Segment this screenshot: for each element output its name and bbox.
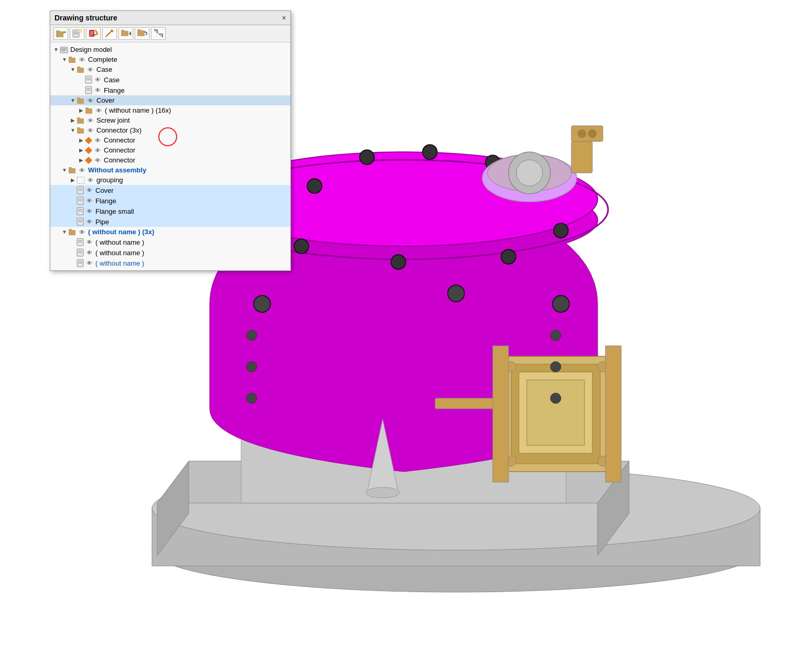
eye-icon[interactable]: 👁 — [93, 147, 102, 154]
svg-point-24 — [254, 296, 270, 312]
edit-button[interactable] — [86, 27, 101, 40]
expand-arrow[interactable] — [69, 117, 77, 124]
eye-icon[interactable]: 👁 — [94, 107, 103, 114]
move-button[interactable] — [118, 27, 133, 40]
eye-icon[interactable]: 👁 — [85, 219, 93, 225]
tree-item-complete[interactable]: 👁 Complete — [50, 54, 290, 64]
add-part-button[interactable] — [70, 27, 84, 40]
expand-arrow — [78, 86, 85, 94]
eye-icon[interactable]: 👁 — [93, 137, 102, 144]
svg-point-49 — [246, 393, 257, 403]
without-name-b-label: ( without name ) — [95, 249, 144, 257]
expand-arrow[interactable] — [61, 56, 68, 63]
tree-item-cover-wa[interactable]: 👁 Cover — [50, 185, 290, 195]
tree-item-without-name-b[interactable]: 👁 ( without name ) — [50, 247, 290, 258]
svg-point-47 — [246, 330, 257, 341]
expand-arrow[interactable] — [61, 228, 68, 236]
tree-item-connector-1[interactable]: 👁 Connector — [50, 135, 290, 145]
eye-icon[interactable]: 👁 — [85, 187, 93, 193]
node-icons: 👁 — [77, 177, 94, 184]
eye-icon[interactable]: 👁 — [85, 198, 93, 204]
tree-item-connector-2[interactable]: 👁 Connector — [50, 145, 290, 155]
pencil-button[interactable] — [102, 27, 117, 40]
eye-icon[interactable]: 👁 — [93, 77, 102, 83]
eye-icon[interactable]: 👁 — [85, 260, 93, 266]
expand-arrow — [69, 197, 77, 204]
expand-button[interactable] — [151, 27, 166, 40]
assembly-icon — [77, 97, 85, 104]
expand-arrow[interactable] — [52, 46, 60, 53]
svg-point-14 — [360, 150, 374, 165]
node-icons: 👁 — [85, 147, 102, 154]
svg-rect-101 — [85, 137, 92, 144]
expand-arrow — [69, 259, 77, 267]
tree-item-without-assembly[interactable]: 👁 Without assembly — [50, 165, 290, 175]
expand-arrow — [78, 76, 85, 83]
tree-item-screw-joint[interactable]: 👁 Screw joint — [50, 115, 290, 125]
refresh-button[interactable] — [135, 27, 149, 40]
expand-arrow[interactable] — [78, 107, 85, 114]
tree-item-pipe-wa[interactable]: 👁 Pipe — [50, 216, 290, 227]
eye-icon[interactable]: 👁 — [86, 67, 94, 73]
expand-arrow[interactable] — [69, 127, 77, 134]
svg-rect-74 — [121, 30, 125, 32]
case-group-label: Case — [96, 66, 112, 73]
tree-item-flange-wa[interactable]: 👁 Flange — [50, 195, 290, 206]
eye-icon[interactable]: 👁 — [78, 57, 86, 63]
tree-item-without-name-c[interactable]: 👁 ( without name ) — [50, 258, 290, 268]
node-icons: 👁 — [77, 238, 93, 246]
add-assembly-button[interactable] — [53, 27, 68, 40]
node-icons — [60, 46, 68, 53]
tree-item-flange-part[interactable]: 👁 Flange — [50, 85, 290, 95]
node-icons: 👁 — [85, 137, 102, 144]
node-icons: 👁 — [77, 127, 94, 134]
node-icons: 👁 — [85, 86, 102, 94]
connector-icon — [85, 157, 92, 164]
assembly-icon — [85, 107, 93, 114]
expand-arrow[interactable] — [61, 167, 68, 174]
close-button[interactable]: × — [282, 14, 286, 22]
tree-item-connector-3[interactable]: 👁 Connector — [50, 155, 290, 165]
tree-item-without-name-3x[interactable]: 👁 ( without name ) (3x) — [50, 227, 290, 237]
eye-icon[interactable]: 👁 — [93, 87, 102, 93]
node-icons: 👁 — [77, 248, 93, 257]
expand-arrow[interactable] — [69, 177, 77, 184]
tree-item-connector-3x[interactable]: 👁 Connector (3x) — [50, 125, 290, 135]
connector-2-label: Connector — [104, 146, 135, 154]
eye-icon[interactable]: 👁 — [78, 229, 86, 235]
eye-icon[interactable]: 👁 — [86, 127, 94, 134]
node-icons: 👁 — [77, 217, 93, 226]
eye-icon[interactable]: 👁 — [86, 117, 94, 124]
tree-item-case-part[interactable]: 👁 Case — [50, 74, 290, 85]
grouping-label: grouping — [96, 176, 123, 184]
eye-icon[interactable]: 👁 — [86, 97, 94, 104]
tree-item-without-name-16x[interactable]: 👁 ( without name ) (16x) — [50, 105, 290, 115]
expand-arrow[interactable] — [69, 97, 77, 104]
tree-item-without-name-a[interactable]: 👁 ( without name ) — [50, 237, 290, 247]
eye-icon[interactable]: 👁 — [85, 239, 93, 245]
svg-rect-105 — [69, 167, 72, 169]
expand-arrow[interactable] — [78, 137, 85, 144]
eye-icon[interactable]: 👁 — [78, 167, 86, 173]
node-icons: 👁 — [85, 75, 102, 84]
expand-arrow — [69, 238, 77, 246]
eye-icon[interactable]: 👁 — [86, 177, 94, 183]
expand-arrow[interactable] — [78, 157, 85, 164]
tree-item-cover-group[interactable]: 👁 Cover — [50, 95, 290, 105]
svg-rect-106 — [77, 177, 84, 183]
eye-icon[interactable]: 👁 — [93, 157, 102, 163]
eye-icon[interactable]: 👁 — [85, 208, 93, 214]
tree-item-case-group[interactable]: 👁 Case — [50, 64, 290, 74]
cover-group-label: Cover — [96, 96, 115, 104]
tree-item-design-model[interactable]: Design model — [50, 45, 290, 54]
tree-item-flange-small-wa[interactable]: 👁 Flange small — [50, 206, 290, 216]
assembly-icon — [77, 66, 85, 73]
expand-arrow[interactable] — [78, 147, 85, 154]
expand-arrow — [69, 249, 77, 256]
tree-item-grouping[interactable]: 👁 grouping — [50, 175, 290, 185]
expand-arrow[interactable] — [69, 66, 77, 73]
svg-rect-120 — [69, 229, 72, 231]
eye-icon[interactable]: 👁 — [85, 249, 93, 256]
grouping-icon — [77, 177, 85, 184]
assembly-icon — [77, 117, 85, 124]
